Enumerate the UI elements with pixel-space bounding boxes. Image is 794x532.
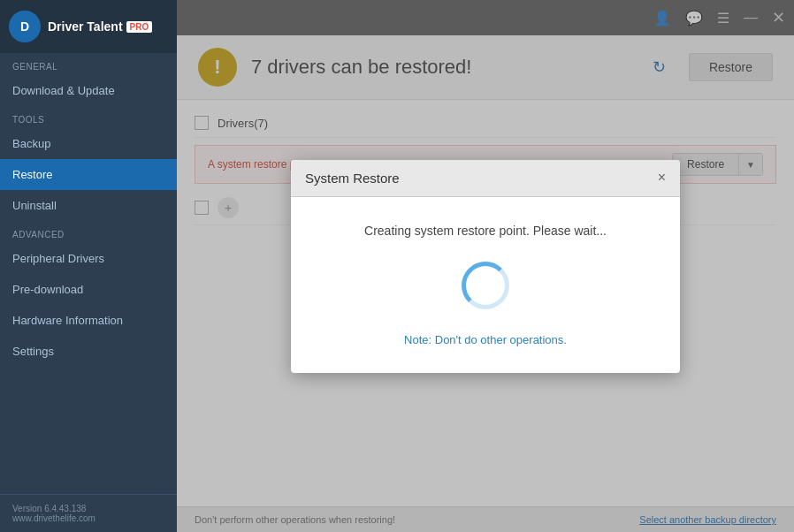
sidebar-item-label: Restore	[12, 168, 53, 181]
sidebar-item-label: Download & Update	[12, 84, 115, 97]
sidebar-item-label: Backup	[12, 137, 50, 150]
main-content: 👤 💬 ☰ — ✕ ! 7 drivers can be restored! ↻…	[177, 0, 794, 532]
sidebar-item-label: Hardware Information	[12, 314, 123, 327]
section-tools: Tools	[0, 106, 177, 128]
sidebar-item-download-update[interactable]: Download & Update	[0, 75, 177, 106]
section-advanced: Advanced	[0, 221, 177, 243]
website-text: www.drivethelife.com	[12, 513, 164, 523]
spinner-container	[459, 259, 512, 312]
sidebar-item-label: Uninstall	[12, 199, 57, 212]
sidebar-item-backup[interactable]: Backup	[0, 128, 177, 159]
sidebar-item-label: Peripheral Drivers	[12, 252, 104, 265]
logo-circle: D	[9, 11, 41, 42]
modal-header: System Restore ×	[291, 160, 680, 197]
loading-spinner	[462, 262, 509, 309]
version-text: Version 6.4.43.138	[12, 504, 164, 513]
pro-badge: PRO	[126, 21, 153, 33]
overlay-backdrop: System Restore × Creating system restore…	[177, 0, 794, 532]
modal-body: Creating system restore point. Please wa…	[291, 197, 680, 373]
sidebar-item-uninstall[interactable]: Uninstall	[0, 190, 177, 221]
logo-letter: D	[20, 19, 29, 34]
section-general: General	[0, 53, 177, 75]
modal-title: System Restore	[305, 171, 400, 186]
sidebar-footer: Version 6.4.43.138 www.drivethelife.com	[0, 494, 177, 532]
modal-message: Creating system restore point. Please wa…	[364, 224, 607, 238]
modal-note: Note: Don't do other operations.	[404, 333, 567, 346]
modal-close-button[interactable]: ×	[658, 171, 666, 185]
sidebar-item-restore[interactable]: Restore	[0, 159, 177, 190]
sidebar-item-label: Pre-download	[12, 283, 83, 296]
app-title: Driver Talent	[48, 19, 123, 34]
sidebar-item-hardware-information[interactable]: Hardware Information	[0, 305, 177, 336]
sidebar-item-peripheral-drivers[interactable]: Peripheral Drivers	[0, 243, 177, 274]
sidebar-item-label: Settings	[12, 345, 54, 358]
system-restore-modal: System Restore × Creating system restore…	[291, 160, 680, 373]
sidebar: D Driver Talent PRO General Download & U…	[0, 0, 177, 532]
sidebar-header: D Driver Talent PRO	[0, 0, 177, 53]
sidebar-item-settings[interactable]: Settings	[0, 336, 177, 367]
sidebar-item-pre-download[interactable]: Pre-download	[0, 274, 177, 305]
